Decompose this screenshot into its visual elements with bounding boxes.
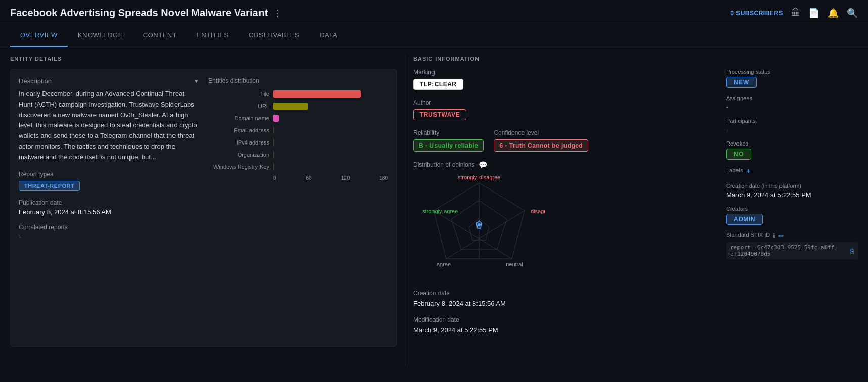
search-icon[interactable]: 🔍 [847, 8, 858, 19]
assignees-label: Assignees [726, 95, 858, 101]
entity-left-info: Description ▾ In early December, during … [19, 77, 198, 338]
modification-date-value: March 9, 2024 at 5:22:55 PM [413, 326, 716, 334]
tab-content[interactable]: CONTENT [133, 24, 187, 47]
marking-badge: TLP:CLEAR [413, 79, 463, 90]
chevron-down-icon[interactable]: ▾ [195, 77, 198, 85]
axis-60: 60 [306, 175, 312, 181]
author-block: Author TRUSTWAVE [413, 99, 716, 120]
bar-row-domain: Domain name [208, 115, 388, 122]
bar-row-url: URL [208, 103, 388, 110]
creation-date-platform-block: Creation date (in this platform) March 9… [726, 183, 858, 199]
tab-overview[interactable]: OVERVIEW [10, 24, 68, 47]
bar-label-ipv4: IPv4 address [208, 139, 269, 146]
bar-label-file: File [208, 91, 269, 97]
bar-fill-org [273, 151, 274, 158]
bar-label-org: Organization [208, 152, 269, 158]
more-options-icon[interactable]: ⋮ [273, 8, 282, 19]
page-title: Facebook Advertising Spreads Novel Malwa… [10, 7, 268, 19]
bar-fill-file [273, 90, 361, 98]
revoked-badge: NO [726, 149, 751, 160]
publication-date-value: February 8, 2024 at 8:15:56 AM [19, 208, 198, 216]
bell-icon[interactable]: 🔔 [828, 8, 839, 19]
axis-0: 0 [273, 175, 276, 181]
bar-container-url [273, 103, 388, 110]
opinions-block: Distribution of opinions 💬 [413, 161, 716, 280]
bar-container-email [273, 127, 388, 134]
bar-label-email: Email address [208, 127, 269, 133]
marking-label: Marking [413, 69, 716, 76]
main-content: ENTITY DETAILS Description ▾ In early De… [0, 47, 868, 374]
labels-row: Labels + [726, 167, 858, 176]
bar-container-domain [273, 115, 388, 122]
creation-date-platform-label: Creation date (in this platform) [726, 183, 858, 189]
bar-container-file [273, 90, 388, 98]
radar-chart: strongly-disagree disagree neutral agree… [413, 173, 545, 279]
copy-icon[interactable]: ⎘ [850, 247, 854, 255]
description-text: In early December, during an Advanced Co… [19, 89, 198, 163]
opinions-icon[interactable]: 💬 [479, 161, 487, 169]
add-label-button[interactable]: + [746, 167, 750, 176]
axis-180: 180 [379, 175, 388, 181]
description-label: Description [19, 77, 52, 85]
modification-date-block: Modification date March 9, 2024 at 5:22:… [413, 316, 716, 334]
stix-id-value-row: report--6c47c303-9525-59fc-a8ff-ef120490… [726, 242, 858, 259]
building-icon[interactable]: 🏛 [791, 8, 800, 18]
creation-date-platform-value: March 9, 2024 at 5:22:55 PM [726, 191, 858, 199]
basic-info-left: Marking TLP:CLEAR Author TRUSTWAVE Relia… [413, 69, 716, 343]
tab-observables[interactable]: OBSERVABLES [239, 24, 310, 47]
creation-date-block: Creation date February 8, 2024 at 8:15:5… [413, 290, 716, 307]
right-panel: BASIC INFORMATION Marking TLP:CLEAR Auth… [405, 56, 858, 366]
assignees-value: - [726, 103, 728, 111]
stix-id-text: report--6c47c303-9525-59fc-a8ff-ef120490… [730, 244, 846, 257]
processing-status-block: Processing status NEW [726, 69, 858, 88]
tab-entities[interactable]: ENTITIES [187, 24, 239, 47]
publication-date-label: Publication date [19, 199, 198, 206]
bar-container-winreg [273, 163, 388, 170]
revoked-block: Revoked NO [726, 140, 858, 160]
author-label: Author [413, 99, 716, 106]
svg-point-7 [478, 223, 481, 226]
confidence-sub-block: Confidence level 6 - Truth Cannot be jud… [494, 129, 588, 152]
title-area: Facebook Advertising Spreads Novel Malwa… [10, 7, 282, 19]
participants-value: - [726, 126, 728, 133]
stix-label-row: Standard STIX ID ℹ ✏ [726, 232, 858, 240]
author-badge: TRUSTWAVE [413, 109, 466, 120]
bar-label-winreg: Windows Registry Key [208, 164, 269, 170]
revoked-label: Revoked [726, 140, 858, 147]
participants-block: Participants - [726, 118, 858, 133]
svg-text:disagree: disagree [531, 208, 545, 214]
stix-id-label: Standard STIX ID [726, 232, 770, 238]
creators-block: Creators ADMIN [726, 206, 858, 225]
opinions-label: Distribution of opinions [413, 161, 474, 168]
confidence-badge: 6 - Truth Cannot be judged [494, 139, 588, 152]
reliability-label: Reliability [413, 129, 484, 136]
tab-knowledge[interactable]: KNOWLEDGE [68, 24, 133, 47]
bar-row-org: Organization [208, 151, 388, 158]
reliability-sub-block: Reliability B - Usually reliable [413, 129, 484, 152]
subscribers-button[interactable]: 0 SUBSCRIBERS [730, 10, 783, 17]
svg-line-5 [433, 211, 512, 259]
creation-date-value: February 8, 2024 at 8:15:56 AM [413, 300, 716, 307]
svg-text:strongly-disagree: strongly-disagree [458, 174, 500, 180]
marking-block: Marking TLP:CLEAR [413, 69, 716, 90]
labels-label: Labels [726, 167, 743, 173]
tab-data[interactable]: DATA [310, 24, 348, 47]
edit-icon[interactable]: ✏ [778, 232, 784, 240]
entities-distribution-chart: Entities distribution File URL Domain na… [208, 77, 388, 338]
creators-label: Creators [726, 206, 858, 212]
bar-row-file: File [208, 90, 388, 98]
file-icon[interactable]: 📄 [808, 8, 819, 19]
axis-120: 120 [341, 175, 350, 181]
bar-row-ipv4: IPv4 address [208, 139, 388, 146]
bar-fill-email [273, 127, 274, 134]
bar-label-domain: Domain name [208, 115, 269, 121]
nav-tabs: OVERVIEW KNOWLEDGE CONTENT ENTITIES OBSE… [0, 24, 868, 47]
stix-id-block: Standard STIX ID ℹ ✏ report--6c47c303-95… [726, 232, 858, 259]
processing-status-label: Processing status [726, 69, 858, 75]
basic-info-section-title: BASIC INFORMATION [413, 56, 858, 62]
bar-row-email: Email address [208, 127, 388, 134]
processing-status-badge: NEW [726, 77, 757, 88]
creation-date-label: Creation date [413, 290, 716, 297]
svg-text:neutral: neutral [506, 261, 523, 267]
opinions-header: Distribution of opinions 💬 [413, 161, 716, 169]
